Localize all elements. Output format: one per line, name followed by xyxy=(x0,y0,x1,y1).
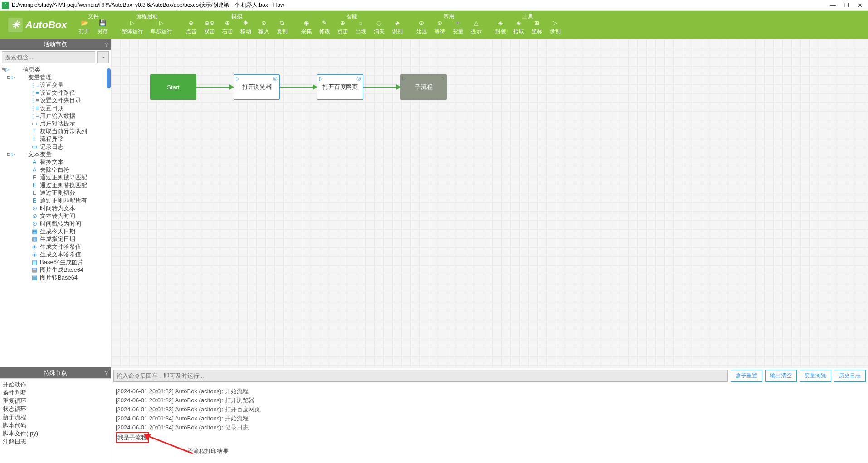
flow-arrow xyxy=(363,87,400,88)
toolbar-button[interactable]: ⊙延迟 xyxy=(413,19,431,35)
special-item[interactable]: 状态循环 xyxy=(3,405,108,413)
search-input[interactable] xyxy=(2,51,95,63)
flow-node-baidu[interactable]: ▷◎ 打开百度网页 xyxy=(317,74,363,100)
toolbar-button[interactable]: ◌消失 xyxy=(370,19,388,35)
toolbar-button[interactable]: ⊙等待 xyxy=(431,19,449,35)
tree-node[interactable]: ◈生成文本哈希值 xyxy=(0,251,111,258)
tree-icon: ‼ xyxy=(30,135,39,142)
tree-node[interactable]: ⋮≡设置变量 xyxy=(0,81,111,89)
flow-node-browser[interactable]: ▷◎ 打开浏览器 xyxy=(234,74,280,100)
toolbar-button[interactable]: ▷整体运行 xyxy=(118,19,147,35)
tree-node[interactable]: A去除空白符 xyxy=(0,166,111,174)
tree-node[interactable]: ▭用户对话提示 xyxy=(0,120,111,127)
search-toggle[interactable]: ~ xyxy=(97,51,109,63)
tree-node[interactable]: ◈生成文件哈希值 xyxy=(0,243,111,251)
special-item[interactable]: 脚本文件(.py) xyxy=(3,429,108,438)
toolbar-button[interactable]: ☼出现 xyxy=(352,19,370,35)
log-line: [2024-06-01 20:01:33] AutoBox (acitons):… xyxy=(116,405,863,414)
tree-node[interactable]: ▭记录日志 xyxy=(0,143,111,150)
tree-node[interactable]: ⊟▷文本变量 xyxy=(0,150,111,158)
tree-node[interactable]: E通过正则搜寻匹配 xyxy=(0,174,111,181)
special-item[interactable]: 新子流程 xyxy=(3,413,108,421)
console-panel: 盒子重置 输出清空 变量浏览 历史日志 [2024-06-01 20:01:32… xyxy=(111,368,868,463)
tree-icon: ▭ xyxy=(30,143,39,150)
tree-node[interactable]: E通过正则切分 xyxy=(0,189,111,197)
toolbar-button[interactable]: ◈拾取 xyxy=(510,19,528,35)
scrollbar-thumb[interactable] xyxy=(107,68,111,88)
special-item[interactable]: 重复循环 xyxy=(3,397,108,405)
flow-arrow xyxy=(196,87,234,88)
tree-node[interactable]: ‼流程异常 xyxy=(0,135,111,143)
tree-node[interactable]: ▦生成指定日期 xyxy=(0,235,111,243)
flow-node-start[interactable]: Start xyxy=(150,74,196,100)
toolbar-button[interactable]: ⊕右击 xyxy=(219,19,237,35)
toolbar-button[interactable]: ⧉复制 xyxy=(273,19,291,35)
flow-node-subflow[interactable]: ▷⤡ 子流程 xyxy=(400,74,447,100)
vars-button[interactable]: 变量浏览 xyxy=(800,370,831,382)
window-title: D:/wample/study/AI/AI-poju/wemdia/RPA/Au… xyxy=(12,1,284,9)
toolbar-button[interactable]: ⊙输入 xyxy=(255,19,273,35)
special-item[interactable]: 注解日志 xyxy=(3,438,108,446)
reset-button[interactable]: 盒子重置 xyxy=(731,370,762,382)
toolbar-button[interactable]: 💾另存 xyxy=(93,19,112,35)
toolbar-icon: ⊙ xyxy=(261,19,266,27)
tree-node[interactable]: ▤图片转Base64 xyxy=(0,274,111,281)
tree-node[interactable]: ⋮≡用户输入数据 xyxy=(0,112,111,120)
toolbar-button[interactable]: ⊕点击 xyxy=(182,19,200,35)
tree-node[interactable]: E通过正则匹配所有 xyxy=(0,197,111,204)
toolbar-button[interactable]: 📂打开 xyxy=(75,19,93,35)
tree-node[interactable]: ⋮≡设置日期 xyxy=(0,104,111,112)
tree-node[interactable]: ⊟▷信息类 xyxy=(0,66,111,73)
toolbar-group-title: 工具 xyxy=(522,11,533,19)
special-item[interactable]: 开始动作 xyxy=(3,381,108,389)
toolbar-button[interactable]: ◉采集 xyxy=(297,19,316,35)
tree-node[interactable]: ⋮≡设置文件夹目录 xyxy=(0,96,111,104)
console-log[interactable]: [2024-06-01 20:01:32] AutoBox (acitons):… xyxy=(111,383,868,463)
toolbar-button[interactable]: ✥移动 xyxy=(237,19,255,35)
history-button[interactable]: 历史日志 xyxy=(834,370,866,382)
toolbar-icon: ⧉ xyxy=(280,19,284,27)
flow-canvas[interactable]: Start ▷◎ 打开浏览器 ▷◎ 打开百度网页 ▷⤡ 子流程 盒子重置 输出清… xyxy=(111,39,868,463)
tree-node[interactable]: ⊙时间转为文本 xyxy=(0,204,111,212)
toolbar-icon: ⊕ xyxy=(189,19,194,27)
play-icon: ▷ xyxy=(402,75,406,81)
toolbar-button[interactable]: ▷录制 xyxy=(546,19,564,35)
help-icon[interactable]: ? xyxy=(105,41,108,48)
tree-node[interactable]: ⊙时间戳转为时间 xyxy=(0,220,111,227)
tree-node[interactable]: ‼获取当前异常队列 xyxy=(0,127,111,135)
toolbar-group-title: 文件 xyxy=(88,11,99,19)
toolbar-button[interactable]: △提示 xyxy=(467,19,485,35)
tree-node[interactable]: E通过正则替换匹配 xyxy=(0,181,111,189)
close-button[interactable]: ✕ xyxy=(858,2,863,9)
tree-icon: ⋮≡ xyxy=(30,89,39,96)
tree-node[interactable]: ⋮≡设置文件路径 xyxy=(0,89,111,96)
tree-icon: ⊙ xyxy=(30,220,39,227)
toolbar-icon: ⊞ xyxy=(534,19,539,27)
toolbar-button[interactable]: ≡变量 xyxy=(449,19,467,35)
tree-node[interactable]: ▤图片生成Base64 xyxy=(0,266,111,274)
toolbar-button[interactable]: ✎修改 xyxy=(316,19,334,35)
special-item[interactable]: 条件判断 xyxy=(3,389,108,397)
log-line: [2024-06-01 20:01:32] AutoBox (acitons):… xyxy=(116,387,863,396)
command-input[interactable] xyxy=(113,370,728,382)
tree-node[interactable]: ⊙文本转为时间 xyxy=(0,212,111,220)
toolbar-button[interactable]: ▷单步运行 xyxy=(147,19,176,35)
tree-node[interactable]: A替换文本 xyxy=(0,158,111,166)
toolbar-button[interactable]: ◈封装 xyxy=(492,19,510,35)
maximize-button[interactable]: ❐ xyxy=(844,2,849,9)
special-item[interactable]: 脚本代码 xyxy=(3,421,108,429)
help-icon[interactable]: ? xyxy=(105,370,108,376)
toolbar-button[interactable]: ⊕⊕双击 xyxy=(200,19,219,35)
tree-icon: ▭ xyxy=(30,120,39,127)
toolbar-button[interactable]: ⊞坐标 xyxy=(528,19,546,35)
tree-icon: A xyxy=(30,159,39,165)
clear-button[interactable]: 输出清空 xyxy=(765,370,797,382)
tree-node[interactable]: ▤Base64生成图片 xyxy=(0,258,111,266)
toolbar-button[interactable]: ◈识别 xyxy=(388,19,406,35)
tree-node[interactable]: ⊟▷变量管理 xyxy=(0,73,111,81)
tree-node[interactable]: ▦生成今天日期 xyxy=(0,227,111,235)
minimize-button[interactable]: — xyxy=(830,2,836,9)
toolbar-button[interactable]: ⊕点击 xyxy=(334,19,352,35)
activity-tree[interactable]: ⊟▷信息类⊟▷变量管理⋮≡设置变量⋮≡设置文件路径⋮≡设置文件夹目录⋮≡设置日期… xyxy=(0,65,111,367)
toolbar-icon: ▷ xyxy=(159,19,164,27)
